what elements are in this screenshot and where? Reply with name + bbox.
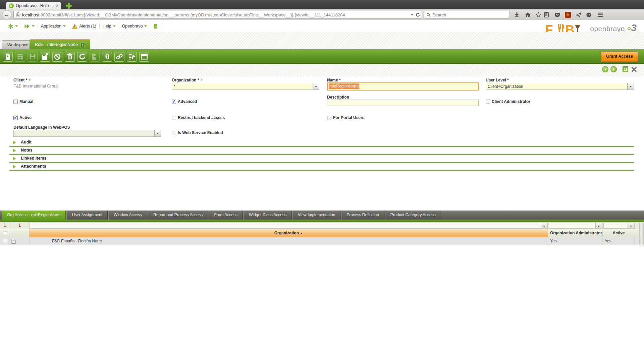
child-tab-view-implementation[interactable]: View Implementation (292, 211, 340, 220)
export-button[interactable] (90, 52, 100, 62)
send-plane-icon[interactable] (574, 10, 583, 19)
new-tab-button[interactable] (65, 2, 72, 9)
select-all-checkbox[interactable] (3, 231, 7, 235)
link-icon[interactable] (29, 78, 32, 81)
alerts-button[interactable]: Alerts (1) (69, 23, 99, 30)
menu-hamburger-icon[interactable] (596, 10, 604, 19)
search-bar[interactable] (424, 11, 510, 19)
child-tab-widget-class-access[interactable]: Widget Class Access (244, 211, 292, 220)
addon-gear-icon[interactable]: ✱ (564, 10, 572, 19)
browser-tab[interactable]: b Openbravo - Role - r... × (6, 2, 61, 10)
tab-role-roleregionnorte[interactable]: Role - roleRegionNorte x (30, 39, 90, 49)
chevron-down-icon (63, 25, 66, 28)
tab-close-icon[interactable]: x (80, 43, 85, 47)
active-checkbox[interactable] (13, 116, 18, 120)
for-portal-users-checkbox[interactable] (327, 116, 331, 120)
organization-label: Organization * (172, 78, 203, 82)
restrict-backend-access-checkbox[interactable] (172, 116, 176, 120)
sort-ascending-icon: ▲ (300, 232, 303, 235)
active-column-header[interactable]: Active (603, 229, 635, 237)
dropdown-arrow-icon[interactable] (313, 83, 319, 90)
toggle-view-button[interactable] (139, 52, 149, 62)
client-administrator-checkbox[interactable] (486, 100, 490, 104)
organization-administrator-filter-input[interactable] (549, 223, 602, 229)
child-tab-process-definition[interactable]: Process Definition (341, 211, 384, 220)
child-tab-org-access[interactable]: Org Access - roleRegionNorte (2, 211, 66, 220)
is-web-service-enabled-checkbox[interactable] (172, 131, 176, 135)
child-tab-user-assignment[interactable]: User Assignment (66, 211, 108, 220)
dropdown-arrow-icon[interactable] (154, 130, 161, 136)
child-tabbar-border (0, 220, 644, 222)
name-input[interactable]: roleRegionNorte (327, 82, 479, 91)
smiley-icon[interactable] (584, 10, 593, 19)
reader-list-icon[interactable] (542, 10, 551, 19)
child-tab-report-process-access[interactable]: Report and Process Access (148, 211, 208, 220)
grant-access-button[interactable]: Grant Access (601, 51, 638, 62)
close-form-button[interactable] (631, 66, 637, 72)
organization-administrator-column-header[interactable]: Organization Administrator (548, 229, 603, 237)
filter-dropdown-icon[interactable] (541, 223, 547, 228)
new-row-in-grid-button[interactable] (15, 52, 25, 62)
quick-launch-button[interactable] (21, 23, 38, 30)
favorites-widget-button[interactable] (5, 23, 21, 30)
bookmark-star-icon[interactable] (534, 10, 543, 19)
download-icon[interactable] (513, 10, 521, 19)
back-button[interactable]: ← (2, 10, 11, 19)
next-record-button[interactable] (610, 66, 617, 72)
dropdown-arrow-icon[interactable] (627, 83, 634, 90)
row-select-checkbox[interactable] (3, 239, 7, 243)
reload-icon[interactable] (416, 12, 420, 17)
menu-help[interactable]: Help (100, 23, 119, 30)
search-input[interactable] (432, 12, 499, 17)
refresh-button[interactable] (77, 52, 87, 62)
audit-trail-button[interactable] (127, 52, 137, 62)
logout-button[interactable] (150, 23, 162, 30)
save-button[interactable] (28, 52, 38, 62)
tab-close-icon[interactable]: × (56, 3, 58, 8)
new-record-button[interactable]: * (3, 52, 13, 62)
url-host: localhost (22, 12, 39, 17)
filter-dropdown-icon[interactable] (628, 223, 634, 228)
previous-record-button[interactable] (602, 66, 608, 72)
svg-text:*: * (7, 54, 9, 60)
child-tab-form-access[interactable]: Form Access (209, 211, 243, 220)
advanced-checkbox[interactable] (172, 100, 176, 104)
organization-input[interactable]: * (172, 83, 319, 90)
user-level-input[interactable]: Client+Organization (486, 83, 634, 90)
menu-application[interactable]: Application (38, 23, 69, 30)
is-web-service-enabled-field: Is Web Service Enabled (172, 130, 223, 135)
grid-header-row: Organization ▲ Organization Administrato… (0, 229, 639, 237)
section-linked-items[interactable]: Linked Items (9, 155, 634, 163)
home-icon[interactable] (523, 10, 532, 19)
expand-triangle-icon (13, 149, 17, 152)
child-tab-product-category-access[interactable]: Product Category Access (385, 211, 441, 220)
delete-button[interactable] (65, 52, 75, 62)
save-and-close-button[interactable] (40, 52, 50, 62)
description-input[interactable] (327, 100, 479, 106)
child-tab-window-access[interactable]: Window Access (108, 211, 147, 220)
attachment-button[interactable] (102, 52, 112, 62)
url-dropdown-icon[interactable] (411, 14, 414, 17)
active-filter-input[interactable] (603, 223, 635, 229)
swirl-icon (628, 27, 631, 30)
section-audit[interactable]: Audit (9, 139, 634, 147)
link-icon[interactable] (200, 78, 203, 81)
maximize-button[interactable] (623, 66, 628, 72)
url-bar[interactable]: localhost :8082/retail3/#{st:1,bm:[{view… (13, 11, 422, 19)
grid-row-fb-espana-region-norte[interactable]: F&B España - Región Norte Yes Yes (0, 237, 639, 245)
undo-button[interactable] (52, 52, 62, 62)
section-attachments[interactable]: Attachments (9, 163, 634, 171)
grid-scrollbar[interactable] (639, 222, 644, 245)
section-notes[interactable]: Notes (9, 147, 634, 155)
filter-dropdown-icon[interactable] (595, 223, 602, 228)
organization-filter-input[interactable] (30, 223, 548, 229)
manual-checkbox[interactable] (13, 100, 18, 104)
pocket-icon[interactable] (553, 10, 561, 19)
menu-openbravo[interactable]: Openbravo (119, 23, 150, 30)
restrict-backend-access-field: Restrict backend access (172, 115, 225, 120)
organization-column-header[interactable]: Organization ▲ (30, 229, 548, 237)
tab-workspace[interactable]: Workspace (2, 40, 34, 49)
grid-selected-count: 1 (10, 222, 30, 229)
default-language-webpos-input[interactable] (13, 130, 161, 137)
link-button[interactable] (114, 52, 124, 62)
